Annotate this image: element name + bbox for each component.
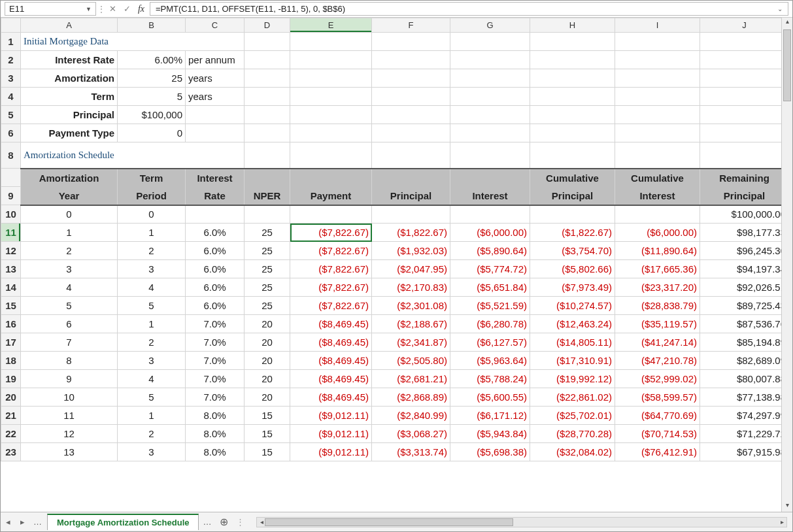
cell-I8[interactable] [615,142,700,169]
col-header-E[interactable]: E [290,18,372,33]
cell-A21[interactable]: 11 [21,407,118,425]
cell-F5[interactable] [372,106,450,124]
hdr-C1[interactable]: Interest [186,169,245,187]
cell-E5[interactable] [290,106,372,124]
cell-B11[interactable]: 1 [118,224,186,242]
cell-D17[interactable]: 20 [245,333,290,352]
cell-F17[interactable]: ($2,341.87) [372,333,450,352]
cell-D22[interactable]: 15 [245,425,290,443]
hdr-F1[interactable] [372,169,450,187]
cell-E22[interactable]: ($9,012.11) [290,425,372,443]
cell-C19[interactable]: 7.0% [186,370,245,388]
cell-B14[interactable]: 4 [118,278,186,297]
cell-I6[interactable] [615,124,700,142]
cell-I16[interactable]: ($35,119.57) [615,315,700,333]
hdr-B1[interactable]: Term [118,169,186,187]
cell-D6[interactable] [245,124,290,142]
row-header-3[interactable]: 3 [1,69,21,88]
vscroll-thumb[interactable] [783,29,791,101]
cell-I3[interactable] [615,69,700,88]
cell-F16[interactable]: ($2,188.67) [372,315,450,333]
cell-H21[interactable]: ($25,702.01) [530,407,615,425]
cell-J10[interactable]: $100,000.00 [700,205,789,224]
cell-I2[interactable] [615,51,700,69]
row-header-9a[interactable] [1,169,21,187]
cell-H12[interactable]: ($3,754.70) [530,242,615,260]
cell-B19[interactable]: 4 [118,370,186,388]
col-header-F[interactable]: F [372,18,450,33]
row-header-18[interactable]: 18 [1,352,21,370]
cell-E1[interactable] [290,33,372,51]
cell-E3[interactable] [290,69,372,88]
cell-C14[interactable]: 6.0% [186,278,245,297]
hdr-E1[interactable] [290,169,372,187]
cell-D15[interactable]: 25 [245,297,290,315]
cell-G14[interactable]: ($5,651.84) [450,278,530,297]
cell-G13[interactable]: ($5,774.72) [450,260,530,278]
cell-F1[interactable] [372,33,450,51]
hdr-G2[interactable]: Interest [450,187,530,205]
cell-A20[interactable]: 10 [21,388,118,407]
hdr-A1[interactable]: Amortization [21,169,118,187]
cell-H17[interactable]: ($14,805.11) [530,333,615,352]
row-header-8[interactable]: 8 [1,142,21,169]
cell-A22[interactable]: 12 [21,425,118,443]
cell-C4[interactable]: years [186,88,245,106]
hdr-J2[interactable]: Principal [700,187,789,205]
cell-E14[interactable]: ($7,822.67) [290,278,372,297]
cell-B5[interactable]: $100,000 [118,106,186,124]
cell-C22[interactable]: 8.0% [186,425,245,443]
cell-I22[interactable]: ($70,714.53) [615,425,700,443]
cell-B17[interactable]: 2 [118,333,186,352]
cell-E20[interactable]: ($8,469.45) [290,388,372,407]
cell-G3[interactable] [450,69,530,88]
cell-E11[interactable]: ($7,822.67) [290,224,372,242]
cell-G16[interactable]: ($6,280.78) [450,315,530,333]
cell-H13[interactable]: ($5,802.66) [530,260,615,278]
cell-G10[interactable] [450,205,530,224]
cell-F23[interactable]: ($3,313.74) [372,443,450,461]
row-header-21[interactable]: 21 [1,407,21,425]
cell-A16[interactable]: 6 [21,315,118,333]
hdr-H1[interactable]: Cumulative [530,169,615,187]
cell-C6[interactable] [186,124,245,142]
cell-A1[interactable]: Initial Mortgage Data [21,33,245,51]
cell-D8[interactable] [245,142,290,169]
col-header-I[interactable]: I [615,18,700,33]
cell-J14[interactable]: $92,026.51 [700,278,789,297]
cell-C15[interactable]: 6.0% [186,297,245,315]
cell-B13[interactable]: 3 [118,260,186,278]
cell-A5[interactable]: Principal [21,106,118,124]
cell-F10[interactable] [372,205,450,224]
cell-B21[interactable]: 1 [118,407,186,425]
scroll-down-icon[interactable]: ▾ [782,501,792,512]
cell-F22[interactable]: ($3,068.27) [372,425,450,443]
cell-E19[interactable]: ($8,469.45) [290,370,372,388]
cell-I23[interactable]: ($76,412.91) [615,443,700,461]
cell-F18[interactable]: ($2,505.80) [372,352,450,370]
cell-G4[interactable] [450,88,530,106]
cell-J22[interactable]: $71,229.72 [700,425,789,443]
cell-H6[interactable] [530,124,615,142]
cell-H16[interactable]: ($12,463.24) [530,315,615,333]
cell-D13[interactable]: 25 [245,260,290,278]
cell-D19[interactable]: 20 [245,370,290,388]
row-header-4[interactable]: 4 [1,88,21,106]
cancel-icon[interactable]: ✕ [105,1,120,17]
cell-F15[interactable]: ($2,301.08) [372,297,450,315]
cell-H4[interactable] [530,88,615,106]
hdr-D2[interactable]: NPER [245,187,290,205]
tab-prev-icon[interactable]: ◂ [1,517,15,527]
cell-J23[interactable]: $67,915.98 [700,443,789,461]
cell-F2[interactable] [372,51,450,69]
hdr-G1[interactable] [450,169,530,187]
cell-C3[interactable]: years [186,69,245,88]
hdr-J1[interactable]: Remaining [700,169,789,187]
cell-E21[interactable]: ($9,012.11) [290,407,372,425]
hdr-I1[interactable]: Cumulative [615,169,700,187]
cell-F3[interactable] [372,69,450,88]
cell-C21[interactable]: 8.0% [186,407,245,425]
cell-C20[interactable]: 7.0% [186,388,245,407]
hdr-E2[interactable]: Payment [290,187,372,205]
cell-J11[interactable]: $98,177.33 [700,224,789,242]
